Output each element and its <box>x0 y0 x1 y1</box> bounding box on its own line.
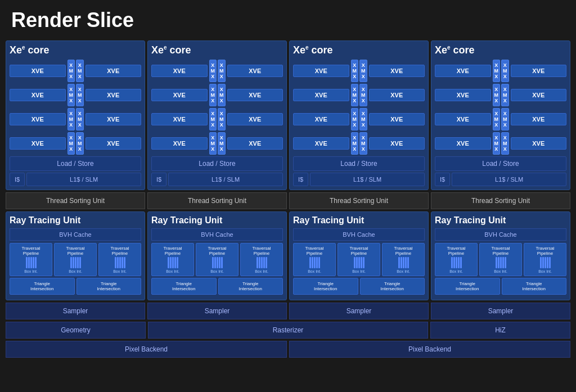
xmx-box: XMX <box>209 132 217 155</box>
l1-slm-3: L1$ / SLM <box>310 173 425 186</box>
sampler-row: Sampler Sampler Sampler Sampler <box>6 303 570 319</box>
bvh-cache-1: BVH Cache <box>10 228 141 241</box>
box-int-label: Box Int. <box>295 269 334 273</box>
pipeline-bar <box>405 257 407 268</box>
pipeline-bar <box>177 257 178 268</box>
pipeline-bar <box>117 257 119 268</box>
pipeline-bar <box>498 257 500 268</box>
pipeline-bar <box>407 257 409 268</box>
pipeline-bar <box>266 257 267 268</box>
pipeline-bar <box>26 257 28 268</box>
ray-tracing-2-title: Ray Tracing Unit <box>151 215 283 226</box>
pipeline-bar <box>456 257 457 268</box>
xmx-box: XMX <box>218 84 226 106</box>
ray-tracing-1-title: Ray Tracing Unit <box>10 215 141 226</box>
xmx-box: XMX <box>218 108 226 130</box>
pipeline-bar <box>259 257 260 268</box>
pipeline-bar <box>79 257 81 268</box>
pipeline-bars <box>525 257 565 268</box>
pipeline-bar <box>403 257 404 268</box>
pipeline-bars <box>481 257 520 268</box>
xve-box: XVE <box>10 137 66 150</box>
xve-box: XVE <box>511 65 567 77</box>
pipeline-bar <box>172 257 174 268</box>
thread-sorting-row: Thread Sorting Unit Thread Sorting Unit … <box>6 192 570 209</box>
xmx-group: XMX XMX <box>68 108 84 130</box>
xve-box: XVE <box>511 89 567 101</box>
pixel-row: Pixel Backend Pixel Backend <box>6 341 570 358</box>
pipeline-bar <box>549 257 551 268</box>
pipeline-bars <box>436 257 476 268</box>
xve-box: XVE <box>435 137 491 150</box>
geometry-cell: Geometry <box>6 322 146 339</box>
xve-row: XVE XMX XMX XVE <box>151 60 283 82</box>
pipeline-bar <box>221 257 223 268</box>
traversal-pipeline: TraversalPipeline Box Int. <box>98 243 141 276</box>
is-box-1: I$ <box>10 173 25 186</box>
xe-core-3: Xee core XVE XMX XMX XVE XVE XMX XMX XVE… <box>289 40 429 190</box>
xve-box: XVE <box>511 113 567 125</box>
box-int-label: Box Int. <box>436 269 476 273</box>
xve-box: XVE <box>10 113 66 125</box>
xmx-group: XMX XMX <box>351 132 367 155</box>
xmx-group: XMX XMX <box>209 132 226 155</box>
cache-row-3: I$ L1$ / SLM <box>293 173 425 186</box>
pipeline-bar <box>33 257 34 268</box>
pipeline-bars <box>100 257 140 268</box>
pipeline-bar <box>540 257 542 268</box>
xmx-box: XMX <box>68 132 75 155</box>
box-int-label: Box Int. <box>153 269 192 273</box>
xmx-box: XMX <box>209 60 217 82</box>
triangle-intersection: TriangleIntersection <box>218 278 284 295</box>
triangle-row-4: TriangleIntersection TriangleIntersectio… <box>435 278 566 295</box>
xve-box: XVE <box>369 65 425 77</box>
ray-tracing-grid: Ray Tracing Unit BVH Cache TraversalPipe… <box>6 211 570 300</box>
xmx-box: XMX <box>359 108 367 130</box>
xe-cores-grid: Xee core XVE XMX XMX XVE XVE XMX XMX XVE… <box>6 40 570 190</box>
pipeline-bars <box>197 257 237 268</box>
pipeline-bar <box>314 257 316 268</box>
thread-sorting-2: Thread Sorting Unit <box>147 192 287 209</box>
pipeline-bar <box>316 257 318 268</box>
pipeline-bar <box>115 257 116 268</box>
pipeline-bar <box>35 257 37 268</box>
traversal-label: TraversalPipeline <box>11 246 51 256</box>
xmx-box: XMX <box>501 60 509 82</box>
ray-tracing-3: Ray Tracing Unit BVH Cache TraversalPipe… <box>289 211 429 300</box>
is-box-2: I$ <box>151 173 166 186</box>
xmx-group: XMX XMX <box>493 108 509 130</box>
box-int-label: Box Int. <box>197 269 237 273</box>
xe-core-4-title: Xee core <box>435 44 566 56</box>
xmx-box: XMX <box>501 132 509 155</box>
xve-row: XVE XMX XMX XVE <box>151 108 283 130</box>
box-int-label: Box Int. <box>242 269 281 273</box>
pipeline-bar <box>363 257 364 268</box>
xmx-group: XMX XMX <box>493 132 509 155</box>
pipeline-bars <box>295 257 334 268</box>
thread-sorting-3: Thread Sorting Unit <box>289 192 429 209</box>
xve-row: XVE XMX XMX XVE <box>293 60 425 82</box>
xve-row: XVE XMX XMX XVE <box>435 84 566 106</box>
xve-row: XVE XMX XMX XVE <box>435 108 566 130</box>
xmx-group: XMX XMX <box>209 60 226 82</box>
triangle-intersection: TriangleIntersection <box>435 278 500 295</box>
xve-box: XVE <box>293 137 349 150</box>
pipeline-bars <box>339 257 379 268</box>
pipeline-bar <box>496 257 497 268</box>
xve-box: XVE <box>151 113 208 125</box>
triangle-row-2: TriangleIntersection TriangleIntersectio… <box>151 278 283 295</box>
pipeline-bars <box>384 257 423 268</box>
xmx-box: XMX <box>351 60 359 82</box>
xmx-box: XMX <box>359 60 367 82</box>
triangle-row-1: TriangleIntersection TriangleIntersectio… <box>10 278 141 295</box>
traversal-pipeline: TraversalPipeline Box Int. <box>10 243 52 276</box>
cache-row-4: I$ L1$ / SLM <box>435 173 566 186</box>
hiz-cell: HiZ <box>430 322 570 339</box>
is-box-3: I$ <box>293 173 308 186</box>
bottom-rows: Sampler Sampler Sampler Sampler Geometry… <box>6 303 570 358</box>
triangle-intersection: TriangleIntersection <box>293 278 358 295</box>
traversal-label: TraversalPipeline <box>481 246 520 256</box>
pipeline-bars <box>242 257 281 268</box>
is-box-4: I$ <box>435 173 450 186</box>
xmx-box: XMX <box>493 60 501 82</box>
